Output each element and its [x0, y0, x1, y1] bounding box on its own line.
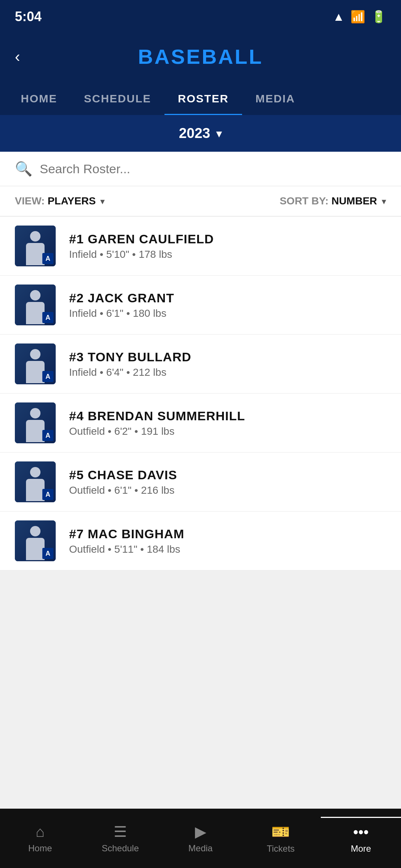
tickets-nav-label: Tickets [267, 844, 294, 854]
az-logo: A [42, 253, 53, 264]
tab-roster[interactable]: ROSTER [164, 83, 242, 115]
sort-value: NUMBER [332, 195, 377, 207]
tickets-nav-icon: 🎫 [271, 823, 290, 841]
az-logo: A [42, 371, 53, 382]
chevron-down-icon: ▾ [216, 126, 222, 141]
battery-icon: 🔋 [371, 10, 386, 24]
controls-bar: VIEW: PLAYERS ▾ SORT BY: NUMBER ▾ [0, 186, 401, 217]
home-nav-label: Home [28, 843, 52, 854]
player-details: Infield • 6'1" • 180 lbs [69, 308, 386, 319]
player-avatar: A [15, 226, 56, 266]
player-row[interactable]: A #7 MAC BINGHAMOutfield • 5'11" • 184 l… [0, 512, 401, 571]
az-logo: A [42, 489, 53, 500]
nav-tabs: HOME SCHEDULE ROSTER MEDIA [0, 83, 401, 115]
bottom-nav-item-home[interactable]: ⌂Home [0, 818, 80, 859]
bottom-nav-item-media[interactable]: ▶Media [160, 817, 241, 859]
player-name: #1 GAREN CAULFIELD [69, 232, 386, 246]
page-title: BASEBALL [138, 45, 263, 69]
player-list: A #1 GAREN CAULFIELDInfield • 5'10" • 17… [0, 217, 401, 571]
view-value: PLAYERS [48, 195, 96, 207]
player-avatar: A [15, 402, 56, 443]
year-value: 2023 [179, 125, 211, 141]
status-icons: ▲ 📶 🔋 [333, 10, 386, 24]
bottom-nav-item-schedule[interactable]: ☰Schedule [80, 817, 160, 859]
home-nav-icon: ⌂ [36, 823, 45, 840]
player-row[interactable]: A #2 JACK GRANTInfield • 6'1" • 180 lbs [0, 276, 401, 335]
schedule-nav-label: Schedule [102, 843, 139, 854]
media-nav-label: Media [188, 843, 212, 854]
status-time: 5:04 [15, 9, 42, 24]
player-row[interactable]: A #5 CHASE DAVISOutfield • 6'1" • 216 lb… [0, 453, 401, 512]
player-details: Infield • 6'4" • 212 lbs [69, 366, 386, 378]
player-info: #1 GAREN CAULFIELDInfield • 5'10" • 178 … [69, 232, 386, 260]
view-chevron-icon: ▾ [100, 196, 105, 206]
az-logo: A [42, 430, 53, 441]
player-name: #7 MAC BINGHAM [69, 527, 386, 541]
player-avatar: A [15, 285, 56, 325]
schedule-nav-icon: ☰ [114, 823, 127, 840]
player-avatar: A [15, 343, 56, 384]
player-row[interactable]: A #4 BRENDAN SUMMERHILLOutfield • 6'2" •… [0, 394, 401, 453]
player-details: Infield • 5'10" • 178 lbs [69, 249, 386, 260]
player-avatar: A [15, 520, 56, 561]
player-details: Outfield • 6'1" • 216 lbs [69, 484, 386, 496]
sort-label: SORT BY: [280, 195, 331, 207]
bottom-nav-item-tickets[interactable]: 🎫Tickets [241, 817, 321, 860]
player-name: #4 BRENDAN SUMMERHILL [69, 409, 386, 423]
tab-schedule[interactable]: SCHEDULE [71, 83, 164, 115]
search-bar: 🔍 [0, 152, 401, 186]
more-nav-icon: ••• [353, 824, 369, 841]
player-avatar: A [15, 461, 56, 502]
search-icon: 🔍 [15, 161, 32, 177]
sort-control[interactable]: SORT BY: NUMBER ▾ [200, 195, 386, 207]
view-control[interactable]: VIEW: PLAYERS ▾ [15, 195, 200, 207]
player-details: Outfield • 6'2" • 191 lbs [69, 425, 386, 437]
player-name: #2 JACK GRANT [69, 291, 386, 305]
more-nav-label: More [351, 844, 371, 854]
player-row[interactable]: A #1 GAREN CAULFIELDInfield • 5'10" • 17… [0, 217, 401, 276]
player-info: #7 MAC BINGHAMOutfield • 5'11" • 184 lbs [69, 527, 386, 555]
bottom-nav: ⌂Home☰Schedule▶Media🎫Tickets•••More [0, 809, 401, 868]
player-info: #2 JACK GRANTInfield • 6'1" • 180 lbs [69, 291, 386, 319]
tab-media[interactable]: MEDIA [242, 83, 309, 115]
az-logo: A [42, 548, 53, 559]
player-info: #5 CHASE DAVISOutfield • 6'1" • 216 lbs [69, 468, 386, 496]
bottom-nav-item-more[interactable]: •••More [321, 817, 401, 860]
signal-icon: 📶 [351, 10, 365, 24]
player-info: #3 TONY BULLARDInfield • 6'4" • 212 lbs [69, 350, 386, 378]
view-label: VIEW: [15, 195, 48, 207]
player-row[interactable]: A #3 TONY BULLARDInfield • 6'4" • 212 lb… [0, 335, 401, 394]
search-input[interactable] [40, 162, 386, 176]
header: ‹ BASEBALL [0, 33, 401, 83]
player-name: #5 CHASE DAVIS [69, 468, 386, 482]
wifi-icon: ▲ [333, 10, 345, 24]
back-button[interactable]: ‹ [15, 48, 20, 66]
tab-home[interactable]: HOME [7, 83, 71, 115]
status-bar: 5:04 ▲ 📶 🔋 [0, 0, 401, 33]
player-info: #4 BRENDAN SUMMERHILLOutfield • 6'2" • 1… [69, 409, 386, 437]
sort-chevron-icon: ▾ [382, 196, 386, 206]
year-selector[interactable]: 2023 ▾ [0, 115, 401, 152]
az-logo: A [42, 312, 53, 323]
player-name: #3 TONY BULLARD [69, 350, 386, 364]
player-details: Outfield • 5'11" • 184 lbs [69, 543, 386, 555]
media-nav-icon: ▶ [195, 823, 206, 840]
